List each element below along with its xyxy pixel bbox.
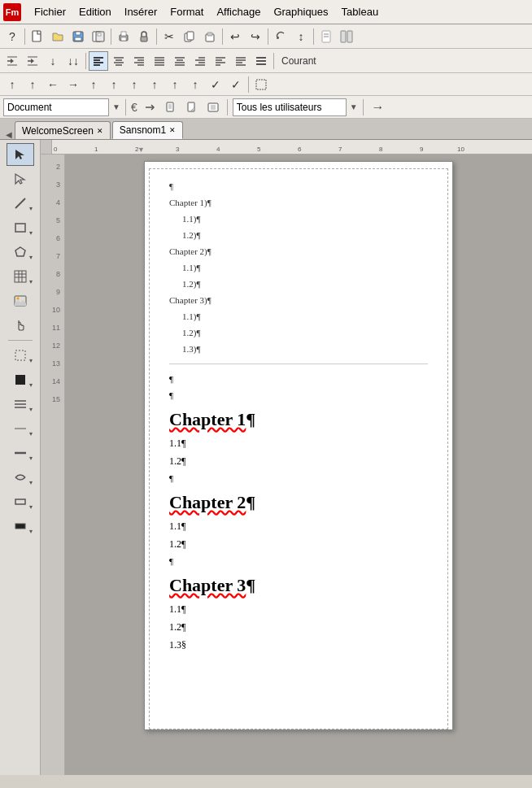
spacing-up1[interactable]: ↑	[2, 75, 22, 94]
chapter2-heading: Chapter 2¶	[169, 490, 428, 516]
menu-tableau[interactable]: Tableau	[335, 4, 386, 20]
svg-rect-10	[141, 37, 147, 41]
style-dropdown[interactable]: Document	[3, 98, 109, 116]
format-icon-1[interactable]	[141, 98, 159, 116]
fill-tool-button[interactable]: ▾	[7, 368, 34, 391]
hand-tool-button[interactable]	[7, 314, 34, 337]
spacing-up8[interactable]: ↑	[185, 75, 205, 94]
svg-rect-9	[121, 32, 126, 36]
lt-sep-1	[8, 340, 33, 341]
medium-line-button[interactable]: ▾	[7, 442, 34, 464]
table-tool-button[interactable]: ▾	[7, 265, 34, 288]
tab-welcomescreen[interactable]: WelcomeScreen ✕	[15, 121, 111, 139]
spacing-up5[interactable]: ↑	[124, 75, 144, 94]
lines-tool-button[interactable]: ▾	[7, 393, 34, 416]
ruler: 0 1 2 3 4 5 6 7 8 9 10 ▼	[41, 140, 532, 155]
thin-line-button[interactable]: ▾	[7, 417, 34, 440]
help-button[interactable]: ?	[2, 27, 22, 46]
table-dropdown-arrow: ▾	[29, 278, 33, 285]
save2-button[interactable]	[89, 27, 108, 46]
half-circle-button[interactable]: ▾	[7, 466, 34, 489]
tab-sansnom1[interactable]: Sansnom1 ✕	[112, 121, 183, 139]
menu-affichage[interactable]: Affichage	[210, 4, 267, 20]
para-arrow-1[interactable]: ↓	[43, 51, 63, 71]
spacing-right[interactable]: →	[63, 75, 83, 94]
tab-sansnom1-close[interactable]: ✕	[169, 127, 176, 133]
border-button[interactable]	[251, 75, 271, 94]
spacing-left[interactable]: ←	[43, 75, 63, 94]
lock-button[interactable]	[134, 27, 154, 46]
select-tool-button[interactable]	[7, 143, 34, 166]
rotate-button[interactable]	[271, 27, 290, 46]
undo-button[interactable]: ↩	[225, 27, 245, 46]
dotted-tool-button[interactable]: ▾	[7, 344, 34, 367]
spacing-up2[interactable]: ↑	[23, 75, 42, 94]
chapter3-text: Chapter 3	[169, 575, 246, 595]
menu-format[interactable]: Format	[164, 4, 210, 20]
sep-11	[227, 99, 228, 115]
align-special[interactable]	[211, 51, 230, 71]
more-button[interactable]	[337, 27, 356, 46]
doc-page[interactable]: ¶ Chapter 1)¶ 1.1)¶ 1.2)¶ Chapter 2)¶ 1.…	[65, 155, 532, 775]
toc-2-2: 1.2)¶	[169, 276, 428, 292]
document-page: ¶ Chapter 1)¶ 1.1)¶ 1.2)¶ Chapter 2)¶ 1.…	[144, 161, 453, 730]
spacing-up4[interactable]: ↑	[104, 75, 124, 94]
align-right[interactable]	[129, 51, 149, 71]
dropdown-arrow-style[interactable]: ▼	[112, 102, 120, 111]
line-num-7: 7	[41, 247, 62, 265]
save-button[interactable]	[68, 27, 88, 46]
checkmark1[interactable]: ✓	[206, 75, 225, 94]
cut-button[interactable]: ✂	[159, 27, 179, 46]
format-icon-2[interactable]	[162, 98, 180, 116]
spacing-up6[interactable]: ↑	[145, 75, 164, 94]
menu-inserer[interactable]: Insérer	[118, 4, 164, 20]
body-section: ¶ ¶ Chapter 1¶ 1.1¶ 1.2¶ ¶ Chapter 2¶	[169, 371, 428, 654]
forward-arrow[interactable]: →	[368, 100, 388, 115]
dropdown-arrow-user[interactable]: ▼	[350, 102, 358, 111]
align-center[interactable]	[109, 51, 129, 71]
paste-button[interactable]	[200, 27, 220, 46]
tab-welcomescreen-close[interactable]: ✕	[97, 128, 103, 134]
spacing-up7[interactable]: ↑	[165, 75, 185, 94]
format-icon-3[interactable]	[183, 98, 201, 116]
polygon-tool-button[interactable]: ▾	[7, 241, 34, 263]
dark-bar-button[interactable]: ▾	[7, 515, 34, 538]
menu-graphiques[interactable]: Graphiques	[267, 4, 334, 20]
toc-chapter3: Chapter 3)¶	[169, 292, 428, 308]
svg-rect-86	[15, 350, 25, 360]
arrow-tool-button[interactable]	[7, 168, 34, 190]
user-dropdown[interactable]: Tous les utilisateurs	[233, 98, 347, 116]
align-center2[interactable]	[170, 51, 190, 71]
indent-down-1[interactable]	[2, 51, 22, 71]
align-special3[interactable]	[251, 51, 271, 71]
rectangle-tool-button[interactable]: ▾	[7, 216, 34, 239]
align-right2[interactable]	[190, 51, 210, 71]
redo-button[interactable]: ↪	[246, 27, 265, 46]
menu-fichier[interactable]: Fichier	[28, 4, 72, 20]
section-2-1: 1.1¶	[169, 517, 428, 535]
bar-tool-button[interactable]: ▾	[7, 490, 34, 513]
format-icon-4[interactable]	[204, 98, 222, 116]
align-justify[interactable]	[150, 51, 169, 71]
copy-button[interactable]	[180, 27, 199, 46]
checkmark2[interactable]: ✓	[226, 75, 246, 94]
new-button[interactable]	[28, 27, 47, 46]
print2-button[interactable]	[316, 27, 336, 46]
print-button[interactable]	[114, 27, 133, 46]
flip-button[interactable]: ↕	[291, 27, 311, 46]
line-num-14: 14	[41, 372, 62, 390]
page-break-line	[169, 364, 428, 364]
svg-rect-8	[121, 37, 126, 41]
image-tool-button[interactable]	[7, 290, 34, 312]
para-arrow-2[interactable]: ↓↓	[63, 51, 83, 71]
tabs-nav-arrow[interactable]: ◀	[3, 130, 15, 139]
line-tool-button[interactable]: ▾	[7, 192, 34, 215]
indent-down-2[interactable]	[23, 51, 42, 71]
toc-1-1: 1.1)¶	[169, 211, 428, 227]
align-left[interactable]	[89, 51, 108, 71]
align-special2[interactable]	[231, 51, 251, 71]
spacing-up3[interactable]: ↑	[84, 75, 103, 94]
open-button[interactable]	[48, 27, 68, 46]
menu-edition[interactable]: Edition	[72, 4, 118, 20]
line-num-9: 9	[41, 283, 62, 301]
